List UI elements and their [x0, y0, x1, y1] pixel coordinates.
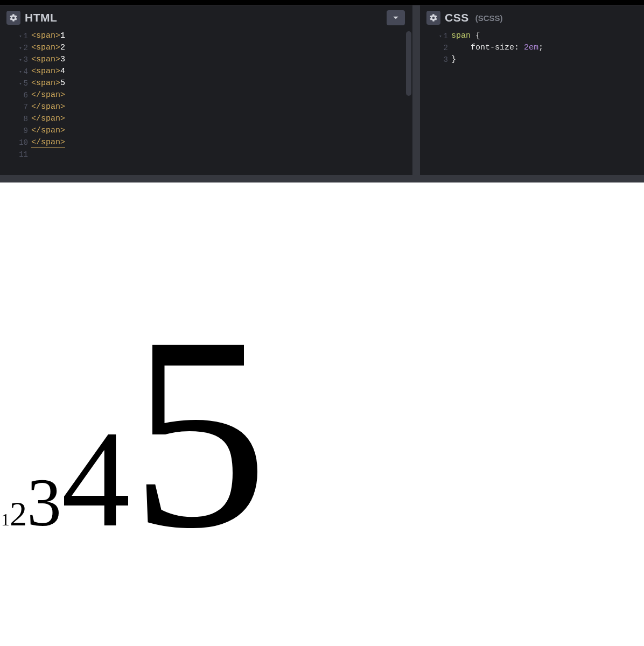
pane-html-title: HTML	[25, 11, 57, 24]
pane-html-header: HTML	[0, 5, 412, 29]
preview-span: 345	[27, 464, 268, 540]
pane-html: HTML ▾1▾2▾3▾4▾567891011 <span>1<span>2<s…	[0, 5, 420, 175]
gear-icon[interactable]	[6, 11, 20, 25]
preview-span: 5	[130, 280, 268, 585]
preview-span: 2345	[10, 495, 268, 533]
chevron-down-icon[interactable]	[387, 10, 405, 25]
html-code[interactable]: <span>1<span>2<span>3<span>4<span>5</spa…	[31, 30, 412, 175]
tab-css[interactable]: CSS (SCSS)	[424, 9, 506, 27]
html-editor[interactable]: ▾1▾2▾3▾4▾567891011 <span>1<span>2<span>3…	[0, 29, 412, 175]
window-topbar	[0, 0, 644, 5]
pane-css-header: CSS (SCSS)	[420, 5, 644, 29]
scrollbar-thumb[interactable]	[406, 31, 411, 96]
preview-pane: 12345	[0, 182, 644, 646]
css-editor[interactable]: ▾123 span { font-size: 2em;}	[420, 29, 644, 175]
preview-span: 12345	[1, 510, 268, 529]
pane-css-title: CSS	[445, 11, 469, 24]
tab-html[interactable]: HTML	[4, 9, 60, 27]
pane-css-subtitle: (SCSS)	[475, 13, 503, 23]
preview-span: 45	[61, 403, 268, 555]
css-code[interactable]: span { font-size: 2em;}	[451, 30, 644, 175]
css-gutter: ▾123	[420, 30, 451, 175]
preview-output: 12345	[1, 295, 268, 571]
html-gutter: ▾1▾2▾3▾4▾567891011	[0, 30, 31, 175]
horizontal-resizer[interactable]	[0, 175, 644, 182]
gear-icon[interactable]	[426, 11, 440, 25]
editors-row: HTML ▾1▾2▾3▾4▾567891011 <span>1<span>2<s…	[0, 5, 644, 175]
pane-css: CSS (SCSS) ▾123 span { font-size: 2em;}	[420, 5, 644, 175]
